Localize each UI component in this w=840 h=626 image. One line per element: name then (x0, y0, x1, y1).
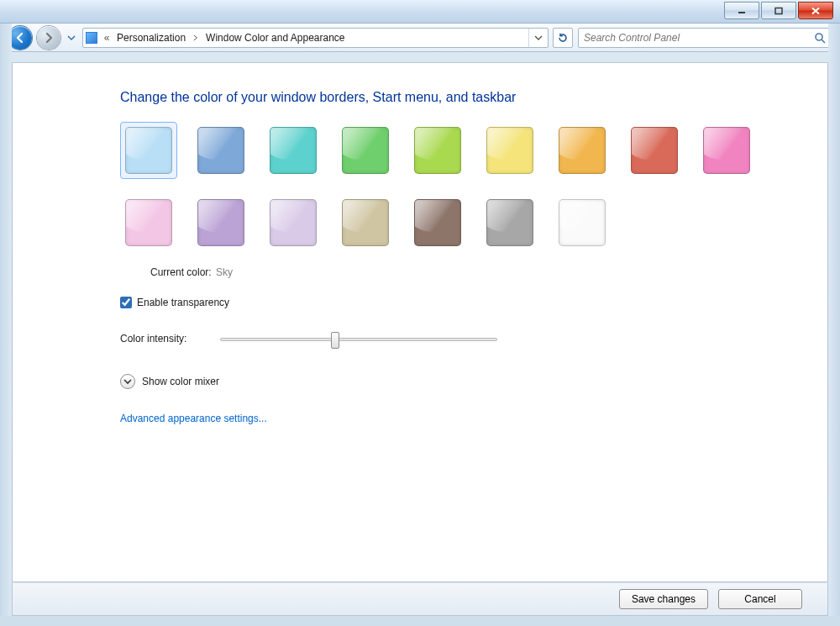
search-box[interactable] (578, 28, 832, 48)
window-frame-bottom (0, 616, 840, 626)
arrow-left-icon (14, 32, 26, 44)
window-frame-left (0, 24, 12, 626)
color-swatch-grid (120, 122, 759, 251)
color-tile (342, 127, 389, 174)
color-tile (414, 199, 461, 246)
refresh-icon (557, 32, 569, 44)
page-heading: Change the color of your window borders,… (120, 90, 752, 105)
color-tile (342, 199, 389, 246)
color-intensity-row: Color intensity: (120, 330, 752, 347)
search-input[interactable] (584, 32, 814, 44)
color-swatch-taupe[interactable] (337, 194, 394, 251)
slider-track (220, 338, 497, 341)
chevron-down-icon (534, 34, 543, 42)
color-tile (125, 127, 172, 174)
svg-point-2 (816, 34, 822, 40)
content-pane: Change the color of your window borders,… (12, 62, 828, 582)
maximize-icon (774, 7, 784, 15)
color-swatch-frost[interactable] (554, 194, 611, 251)
chevron-right-icon (189, 34, 202, 42)
svg-rect-1 (775, 8, 782, 13)
cancel-button[interactable]: Cancel (718, 589, 802, 609)
refresh-button[interactable] (553, 28, 573, 48)
control-panel-icon (83, 32, 100, 44)
color-swatch-pumpkin[interactable] (554, 122, 611, 179)
color-tile (270, 127, 317, 174)
color-swatch-ruby[interactable] (626, 122, 683, 179)
chevron-left-double-icon: « (100, 32, 113, 44)
color-tile (125, 199, 172, 246)
enable-transparency-label[interactable]: Enable transparency (137, 297, 229, 308)
explorer-navbar: « Personalization Window Color and Appea… (0, 24, 840, 52)
color-swatch-slate[interactable] (481, 194, 538, 251)
current-color-row: Current color: Sky (150, 266, 752, 278)
current-color-value: Sky (216, 266, 233, 278)
color-intensity-slider[interactable] (220, 330, 497, 347)
window-frame-right (828, 24, 840, 626)
color-swatch-sun[interactable] (481, 122, 538, 179)
color-swatch-blush[interactable] (120, 194, 177, 251)
chevron-down-icon (123, 377, 132, 386)
color-tile (703, 127, 750, 174)
chevron-down-icon (67, 34, 76, 42)
color-intensity-label: Color intensity: (120, 333, 186, 345)
save-changes-button[interactable]: Save changes (619, 589, 708, 609)
color-swatch-chocolate[interactable] (409, 194, 466, 251)
color-swatch-leaf[interactable] (337, 122, 394, 179)
address-bar[interactable]: « Personalization Window Color and Appea… (82, 28, 549, 48)
current-color-label: Current color: (150, 266, 212, 278)
color-swatch-twilight[interactable] (192, 122, 249, 179)
color-tile (197, 127, 244, 174)
minimize-icon (737, 7, 747, 15)
color-tile (486, 199, 533, 246)
color-tile (631, 127, 678, 174)
color-swatch-fuchsia[interactable] (698, 122, 755, 179)
slider-thumb[interactable] (331, 332, 339, 349)
maximize-button[interactable] (761, 2, 796, 19)
advanced-appearance-link[interactable]: Advanced appearance settings... (120, 413, 752, 424)
enable-transparency-row: Enable transparency (120, 297, 752, 308)
address-dropdown-button[interactable] (529, 29, 548, 47)
color-tile (559, 199, 606, 246)
breadcrumb-level-2[interactable]: Window Color and Appearance (202, 32, 348, 44)
enable-transparency-checkbox[interactable] (120, 297, 132, 308)
close-button[interactable] (798, 2, 833, 19)
color-swatch-lavender[interactable] (265, 194, 322, 251)
show-color-mixer-button[interactable] (120, 374, 135, 389)
color-tile (414, 127, 461, 174)
command-bar: Save changes Cancel (12, 582, 828, 616)
close-icon (811, 7, 821, 15)
nav-back-button[interactable] (8, 26, 32, 50)
color-swatch-sea[interactable] (265, 122, 322, 179)
color-tile (197, 199, 244, 246)
color-swatch-sky[interactable] (120, 122, 177, 179)
breadcrumb-level-1[interactable]: Personalization (113, 32, 189, 44)
search-icon (814, 32, 826, 44)
color-tile (486, 127, 533, 174)
color-tile (270, 199, 317, 246)
window-titlebar (0, 0, 840, 24)
svg-line-3 (822, 39, 825, 43)
color-swatch-lime[interactable] (409, 122, 466, 179)
show-color-mixer-row: Show color mixer (120, 374, 752, 389)
arrow-right-icon (43, 32, 55, 44)
color-tile (559, 127, 606, 174)
show-color-mixer-label[interactable]: Show color mixer (142, 376, 219, 387)
color-swatch-violet[interactable] (192, 194, 249, 251)
nav-history-dropdown[interactable] (66, 31, 77, 45)
nav-forward-button[interactable] (37, 26, 60, 50)
minimize-button[interactable] (724, 2, 759, 19)
